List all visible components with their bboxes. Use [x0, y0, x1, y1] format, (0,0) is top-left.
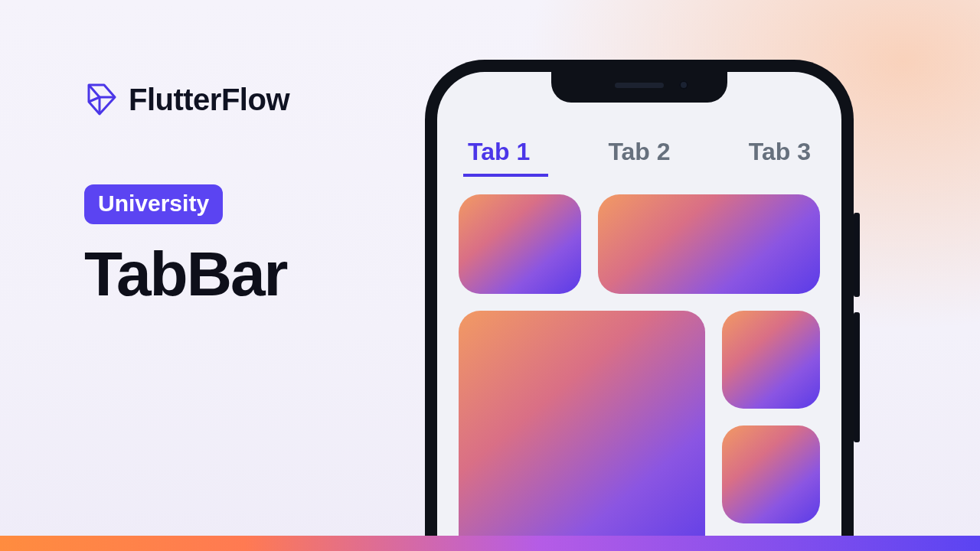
left-column: FlutterFlow University TabBar [84, 80, 452, 310]
tab-1[interactable]: Tab 1 [468, 138, 530, 174]
phone-side-button-icon [854, 312, 860, 442]
tab-3[interactable]: Tab 3 [749, 138, 811, 174]
phone-frame: Tab 1 Tab 2 Tab 3 [425, 60, 854, 551]
phone-notch-icon [551, 72, 727, 103]
tab-bar: Tab 1 Tab 2 Tab 3 [437, 138, 841, 174]
content-card [598, 194, 820, 294]
brand-lockup: FlutterFlow [84, 80, 452, 119]
content-card [459, 194, 581, 294]
thumbnail-stage: FlutterFlow University TabBar Tab 1 Tab … [0, 0, 980, 551]
phone-side-button-icon [854, 213, 860, 297]
brand-name: FlutterFlow [129, 83, 289, 117]
content-card [722, 311, 820, 409]
content-card [722, 425, 820, 523]
phone-screen: Tab 1 Tab 2 Tab 3 [437, 72, 841, 551]
content-card [459, 311, 705, 551]
footer-accent-bar [0, 536, 980, 551]
university-badge: University [84, 184, 223, 224]
page-title: TabBar [84, 238, 452, 310]
flutterflow-logo-icon [84, 80, 118, 119]
tab-2[interactable]: Tab 2 [608, 138, 670, 174]
tab-content [459, 194, 820, 551]
phone-mockup: Tab 1 Tab 2 Tab 3 [425, 60, 854, 551]
